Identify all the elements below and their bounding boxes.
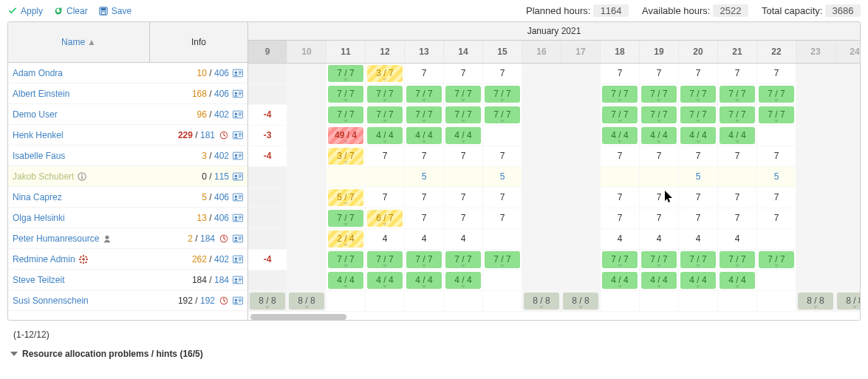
grid-cell[interactable]: [718, 291, 757, 311]
grid-cell[interactable]: 4 / 4: [718, 270, 757, 290]
grid-cell[interactable]: 7: [483, 188, 522, 208]
allocation-chip[interactable]: 7 / 7: [759, 86, 794, 103]
user-link[interactable]: Demo User: [13, 109, 58, 120]
grid-cell[interactable]: 7 / 7: [483, 250, 522, 270]
grid-cell[interactable]: 7 / 7: [405, 84, 444, 104]
grid-cell[interactable]: [405, 291, 444, 311]
grid-cell[interactable]: 7 / 7: [327, 250, 366, 270]
grid-cell[interactable]: [561, 84, 601, 104]
grid-cell[interactable]: 4: [366, 229, 405, 249]
grid-cell[interactable]: 7 / 7: [640, 105, 679, 125]
apply-button[interactable]: Apply: [7, 6, 43, 16]
grid-cell[interactable]: -4: [248, 146, 287, 166]
grid-cell[interactable]: 7 / 7: [366, 105, 405, 125]
grid-cell[interactable]: [640, 167, 679, 187]
allocation-chip[interactable]: 7 / 7: [641, 86, 677, 103]
grid-cell[interactable]: [248, 208, 287, 228]
grid-cell[interactable]: [601, 291, 640, 311]
grid-cell[interactable]: 7 / 7: [679, 84, 718, 104]
grid-cell[interactable]: 7 / 7: [327, 208, 366, 228]
grid-cell[interactable]: 7 / 7: [444, 250, 483, 270]
grid-cell[interactable]: 7: [405, 208, 444, 228]
grid-cell[interactable]: 7 / 7: [640, 250, 679, 270]
grid-cell[interactable]: 7: [679, 146, 718, 166]
allocation-chip[interactable]: 4 / 4: [406, 272, 442, 289]
grid-cell[interactable]: [483, 270, 522, 290]
allocation-chip[interactable]: 8 / 8: [798, 293, 833, 310]
allocation-chip[interactable]: 6 / 7: [367, 210, 403, 227]
grid-cell[interactable]: 7 / 7: [679, 250, 718, 270]
allocation-chip[interactable]: 8 / 8: [524, 293, 559, 310]
grid-cell[interactable]: [796, 84, 835, 104]
scrollbar-thumb[interactable]: [250, 314, 346, 320]
grid-cell[interactable]: 7: [366, 188, 405, 208]
grid-cell[interactable]: [561, 270, 601, 290]
grid-cell[interactable]: 5: [679, 167, 718, 187]
grid-cell[interactable]: 5: [483, 167, 522, 187]
allocation-chip[interactable]: 8 / 8: [563, 293, 598, 310]
grid-cell[interactable]: 7: [601, 146, 640, 166]
user-link[interactable]: Nina Caprez: [13, 192, 62, 202]
grid-cell[interactable]: 5 / 7: [327, 188, 366, 208]
grid-cell[interactable]: [757, 270, 796, 290]
grid-cell[interactable]: [561, 250, 601, 270]
grid-cell[interactable]: 7 / 7: [327, 105, 366, 125]
grid-cell[interactable]: 4: [640, 229, 679, 249]
allocation-chip[interactable]: 7 / 7: [485, 106, 520, 123]
allocation-chip[interactable]: 7 / 7: [328, 106, 363, 123]
grid-cell[interactable]: [444, 167, 483, 187]
grid-cell[interactable]: 4 / 4: [679, 270, 718, 290]
user-link[interactable]: Albert Einstein: [13, 89, 69, 99]
grid-cell[interactable]: [287, 188, 327, 208]
allocation-chip[interactable]: 7 / 7: [328, 251, 363, 268]
grid-cell[interactable]: -3: [248, 126, 287, 146]
grid-cell[interactable]: [835, 126, 860, 146]
grid-cell[interactable]: [366, 291, 405, 311]
grid-cell[interactable]: [796, 126, 835, 146]
grid-cell[interactable]: [561, 208, 601, 228]
grid-cell[interactable]: [366, 167, 405, 187]
allocation-chip[interactable]: 7 / 7: [328, 210, 363, 227]
allocation-chip[interactable]: 7 / 7: [641, 106, 677, 123]
grid-cell[interactable]: 8 / 8: [522, 291, 561, 311]
grid-cell[interactable]: [835, 64, 860, 83]
user-link[interactable]: Olga Helsinki: [13, 213, 65, 223]
grid-cell[interactable]: [757, 126, 796, 146]
grid-cell[interactable]: [522, 167, 561, 187]
grid-cell[interactable]: 4 / 4: [640, 126, 679, 146]
allocation-chip[interactable]: 7 / 7: [445, 86, 481, 103]
allocation-chip[interactable]: 7 / 7: [445, 106, 481, 123]
allocation-chip[interactable]: 7 / 7: [406, 86, 442, 103]
grid-cell[interactable]: [561, 146, 601, 166]
grid-cell[interactable]: 4: [444, 229, 483, 249]
grid-cell[interactable]: [796, 167, 835, 187]
grid-cell[interactable]: [835, 84, 860, 104]
user-link[interactable]: Susi Sonnenschein: [13, 296, 89, 306]
grid-cell[interactable]: 5: [757, 167, 796, 187]
grid-cell[interactable]: [287, 126, 327, 146]
allocation-chip[interactable]: 8 / 8: [837, 293, 860, 310]
grid-cell[interactable]: 4: [679, 229, 718, 249]
grid-cell[interactable]: 8 / 8: [796, 291, 835, 311]
allocation-chip[interactable]: 7 / 7: [602, 106, 638, 123]
allocation-chip[interactable]: 49 / 4: [328, 127, 363, 144]
allocation-chip[interactable]: 7 / 7: [680, 86, 716, 103]
allocation-chip[interactable]: 4 / 4: [602, 272, 638, 289]
column-header-info[interactable]: Info: [150, 22, 247, 62]
grid-cell[interactable]: 3 / 7: [327, 146, 366, 166]
allocation-chip[interactable]: 7 / 7: [759, 251, 794, 268]
grid-cell[interactable]: [796, 146, 835, 166]
column-header-name[interactable]: Name ▲: [8, 22, 150, 62]
grid-cell[interactable]: [287, 270, 327, 290]
grid-cell[interactable]: 7: [444, 188, 483, 208]
grid-cell[interactable]: 4 / 4: [405, 270, 444, 290]
grid-cell[interactable]: [483, 229, 522, 249]
allocation-chip[interactable]: 7 / 7: [680, 251, 716, 268]
grid-cell[interactable]: [835, 146, 860, 166]
grid-cell[interactable]: [796, 188, 835, 208]
grid-cell[interactable]: [248, 270, 287, 290]
grid-cell[interactable]: 7: [366, 146, 405, 166]
allocation-chip[interactable]: 7 / 7: [602, 86, 638, 103]
grid-cell[interactable]: 7 / 7: [366, 250, 405, 270]
grid-cell[interactable]: [522, 146, 561, 166]
